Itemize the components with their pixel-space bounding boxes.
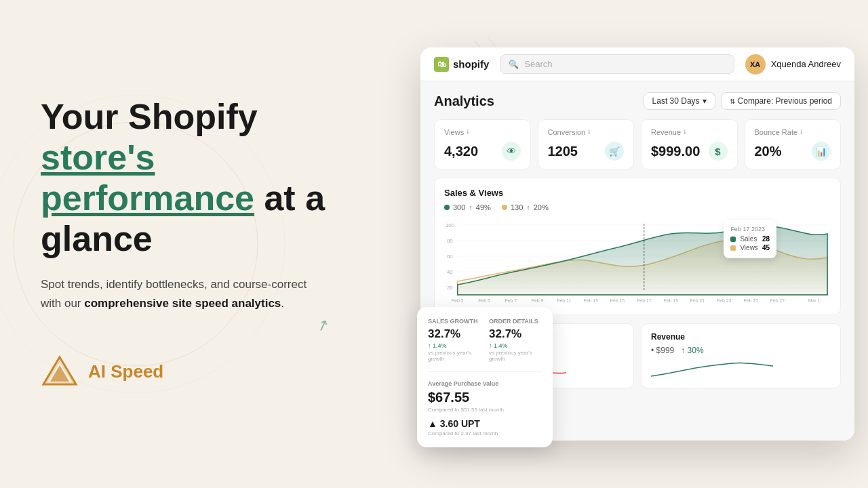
svg-text:Feb 9: Feb 9: [532, 298, 544, 303]
hero-description: Spot trends, identify bottlenecks, and c…: [41, 275, 312, 312]
chart-container: 100 80 60 40 20: [444, 217, 831, 305]
left-panel: Your Shopify store's performance at a gl…: [41, 0, 366, 488]
metric-value-revenue: $999.00: [651, 144, 700, 159]
revenue-mini-svg: [651, 359, 773, 380]
svg-text:Feb 17: Feb 17: [637, 298, 652, 303]
compare-button[interactable]: ⇅ Compare: Previous period: [721, 92, 841, 110]
float-order-details-value: 32.7%: [489, 327, 542, 341]
legend-sales-pct: 49%: [476, 203, 491, 211]
views-icon: 👁: [502, 142, 521, 161]
hero-title-part1: Your Shopify: [41, 97, 258, 136]
hero-title: Your Shopify store's performance at a gl…: [41, 97, 366, 259]
brand-logo: AI Speed: [41, 353, 366, 391]
brand-icon: [41, 353, 79, 391]
analytics-controls: Last 30 Days ▾ ⇅ Compare: Previous perio…: [644, 92, 841, 110]
float-sales-growth: Sales Growth 32.7% ↑ 1.4% vs previous ye…: [428, 318, 481, 362]
floating-card: Sales Growth 32.7% ↑ 1.4% vs previous ye…: [417, 307, 553, 447]
metric-card-views: Views ℹ 4,320 👁: [434, 119, 531, 169]
svg-text:Feb 25: Feb 25: [743, 298, 758, 303]
metric-value-row-revenue: $999.00 $: [651, 142, 728, 161]
tooltip-views-label: Views: [740, 244, 758, 251]
svg-text:Mar 1: Mar 1: [808, 298, 821, 303]
svg-text:20: 20: [447, 285, 453, 291]
float-upt-compared: Compared to 2.97 last month: [428, 430, 542, 436]
chart-section: Sales & Views 300 ↑ 49% 130 ↑ 20%: [434, 178, 841, 315]
metric-value-views: 4,320: [444, 144, 478, 159]
metric-value-row-conversion: 1205 🛒: [548, 142, 625, 161]
analytics-title: Analytics: [434, 94, 494, 109]
svg-text:Feb 21: Feb 21: [690, 298, 705, 303]
chart-legend: 300 ↑ 49% 130 ↑ 20%: [444, 203, 831, 211]
chart-title: Sales & Views: [444, 188, 503, 198]
hero-desc-bold: comprehensive site speed analytics: [84, 297, 281, 310]
revenue-value: • $999: [651, 346, 674, 355]
metric-card-conversion: Conversion ℹ 1205 🛒: [538, 119, 635, 169]
svg-text:100: 100: [446, 222, 455, 228]
svg-text:Feb 19: Feb 19: [663, 298, 678, 303]
metric-value-bounce: 20%: [755, 144, 782, 159]
tooltip-row-views: Views 45: [730, 244, 770, 251]
float-avg-purchase: Average Purchase Value $67.55 Compared t…: [428, 380, 542, 436]
legend-views-value: 130: [511, 203, 523, 211]
chevron-down-icon: ▾: [703, 96, 707, 106]
compare-icon: ⇅: [730, 98, 735, 105]
tooltip-row-sales: Sales 28: [730, 235, 770, 243]
tooltip-date: Feb 17 2023: [730, 226, 770, 232]
chart-header: Sales & Views: [444, 188, 831, 198]
tooltip-sales-square: [730, 237, 736, 242]
brand-name-speed: Speed: [106, 361, 163, 382]
metric-value-row-bounce: 20% 📊: [755, 142, 831, 161]
metrics-row: Views ℹ 4,320 👁 Conversion ℹ 1205: [434, 119, 841, 169]
revenue-chart-mini: [651, 359, 831, 380]
hero-title-ata: at a: [254, 178, 325, 218]
metric-label-bounce: Bounce Rate ℹ: [755, 128, 831, 136]
float-upt-value: ▲ 3.60 UPT: [428, 418, 542, 429]
shopify-label: shopify: [453, 58, 489, 70]
float-order-details-sub: vs previous year's growth: [489, 350, 542, 362]
float-divider: [428, 371, 542, 372]
hero-title-glance: glance: [41, 219, 153, 258]
float-avg-purchase-compared: Compared to $51.59 last month: [428, 407, 542, 413]
metric-label-conversion: Conversion ℹ: [548, 128, 625, 136]
svg-text:Feb 27: Feb 27: [770, 298, 785, 303]
metric-value-row-views: 4,320 👁: [444, 142, 521, 161]
svg-text:40: 40: [447, 269, 453, 275]
analytics-header: Analytics Last 30 Days ▾ ⇅ Compare: Prev…: [434, 92, 841, 110]
brand-name-ai: AI: [88, 361, 106, 382]
user-section: XA Xquenda Andreev: [745, 54, 841, 75]
search-icon: 🔍: [509, 60, 519, 69]
float-avg-purchase-value: $67.55: [428, 390, 542, 405]
bottom-metrics-revenue: • $999 ↑ 30%: [651, 346, 831, 355]
hero-highlight-store: store's: [41, 138, 155, 177]
hero-highlight-performance: performance: [41, 178, 254, 218]
float-top-row: Sales Growth 32.7% ↑ 1.4% vs previous ye…: [428, 318, 542, 362]
shopify-header: 🛍 shopify 🔍 Search XA Xquenda Andreev: [420, 47, 854, 81]
svg-text:Feb 3: Feb 3: [452, 298, 464, 303]
metric-label-views: Views ℹ: [444, 128, 521, 136]
float-order-details-label: Order Details: [489, 318, 542, 325]
revenue-icon: $: [709, 142, 728, 161]
tooltip-views-square: [730, 245, 736, 251]
chart-tooltip: Feb 17 2023 Sales 28 Views 45: [724, 220, 776, 258]
tooltip-sales-val: 28: [762, 235, 770, 243]
shopify-logo: 🛍 shopify: [434, 57, 489, 72]
legend-sales-arrow: ↑: [469, 203, 473, 211]
legend-sales-value: 300: [453, 203, 465, 211]
user-name: Xquenda Andreev: [771, 59, 841, 69]
svg-text:80: 80: [447, 238, 453, 244]
float-sales-growth-change: ↑ 1.4%: [428, 342, 481, 349]
legend-sales: 300 ↑ 49%: [444, 203, 491, 211]
float-sales-growth-label: Sales Growth: [428, 318, 481, 325]
conversion-icon: 🛒: [605, 142, 624, 161]
tooltip-views-val: 45: [762, 244, 770, 251]
svg-text:Feb 5: Feb 5: [478, 298, 490, 303]
svg-text:Feb 23: Feb 23: [717, 298, 732, 303]
float-avg-purchase-label: Average Purchase Value: [428, 380, 542, 387]
float-sales-growth-sub: vs previous year's growth: [428, 350, 481, 362]
metric-value-conversion: 1205: [548, 144, 578, 159]
period-button[interactable]: Last 30 Days ▾: [644, 92, 715, 110]
revenue-up: ↑ 30%: [681, 346, 703, 355]
svg-text:60: 60: [447, 253, 453, 260]
search-bar[interactable]: 🔍 Search: [500, 54, 734, 74]
legend-views-pct: 20%: [534, 203, 549, 211]
